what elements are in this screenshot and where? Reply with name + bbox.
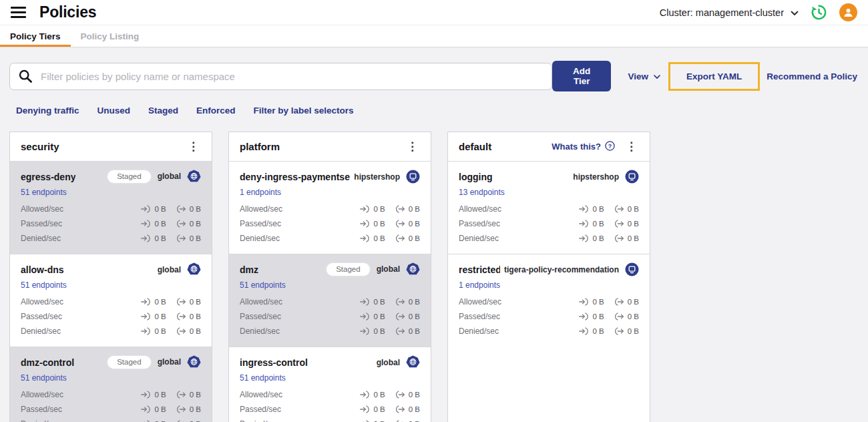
endpoints-link[interactable]: 51 endpoints bbox=[21, 188, 67, 197]
filter-unused[interactable]: Unused bbox=[97, 106, 131, 116]
filter-enforced[interactable]: Enforced bbox=[196, 106, 236, 116]
egress-arrow-icon bbox=[395, 327, 405, 335]
kebab-menu-icon[interactable]: ⋮ bbox=[186, 140, 201, 154]
filter-staged[interactable]: Staged bbox=[148, 106, 178, 116]
egress-arrow-icon bbox=[176, 405, 186, 413]
filter-denying-traffic[interactable]: Denying traffic bbox=[16, 106, 79, 116]
tier-header: platform⋮ bbox=[229, 132, 431, 162]
tier-column-default: defaultWhats this??⋮logginghipstershop13… bbox=[447, 132, 650, 422]
egress-value: 0 B bbox=[409, 405, 420, 413]
metric-label: Allowed/sec bbox=[240, 204, 282, 214]
endpoints-link[interactable]: 1 endpoints bbox=[459, 280, 500, 290]
add-tier-button[interactable]: Add Tier bbox=[552, 61, 611, 91]
endpoints-link[interactable]: 13 endpoints bbox=[459, 188, 505, 197]
metric-label: Passed/sec bbox=[21, 219, 62, 228]
metric-label: Denied/sec bbox=[459, 327, 499, 336]
metric-row: Allowed/sec0 B0 B bbox=[21, 387, 201, 402]
export-yaml-button[interactable]: Export YAML bbox=[686, 71, 742, 81]
endpoints-link[interactable]: 51 endpoints bbox=[21, 280, 67, 290]
ingress-value: 0 B bbox=[592, 205, 604, 213]
metric-label: Denied/sec bbox=[21, 419, 61, 422]
user-avatar-icon[interactable] bbox=[839, 3, 857, 21]
ingress-value: 0 B bbox=[373, 234, 385, 242]
policy-card-dmz[interactable]: dmzStagedglobal51 endpointsAllowed/sec0 … bbox=[229, 254, 431, 347]
metric-label: Allowed/sec bbox=[240, 390, 282, 399]
metric-label: Denied/sec bbox=[240, 234, 280, 243]
ingress-value: 0 B bbox=[154, 405, 166, 413]
egress-value: 0 B bbox=[409, 391, 420, 399]
policy-scope-label: global bbox=[158, 265, 181, 274]
kebab-menu-icon[interactable]: ⋮ bbox=[624, 140, 639, 154]
metric-label: Passed/sec bbox=[459, 219, 500, 228]
metric-row: Denied/sec0 B0 B bbox=[240, 231, 420, 246]
metric-label: Denied/sec bbox=[459, 234, 499, 243]
filter-by-label-selectors[interactable]: Filter by label selectors bbox=[254, 106, 354, 116]
whats-this-link[interactable]: Whats this?? bbox=[552, 141, 615, 153]
policy-card-deny-ingress-paymentservi[interactable]: deny-ingress-paymentservi...hipstershop1… bbox=[229, 162, 431, 254]
policy-card-logging[interactable]: logginghipstershop13 endpointsAllowed/se… bbox=[448, 162, 650, 254]
ingress-value: 0 B bbox=[154, 391, 166, 399]
metric-label: Passed/sec bbox=[240, 219, 281, 228]
egress-arrow-icon bbox=[395, 234, 405, 242]
metric-row: Denied/sec0 B0 B bbox=[459, 231, 639, 246]
egress-value: 0 B bbox=[628, 327, 639, 335]
endpoints-link[interactable]: 1 endpoints bbox=[240, 188, 281, 197]
policy-name: deny-ingress-paymentservi... bbox=[240, 172, 350, 182]
tab-policy-tiers[interactable]: Policy Tiers bbox=[0, 25, 71, 47]
metric-label: Allowed/sec bbox=[240, 297, 282, 306]
hamburger-menu-icon[interactable] bbox=[11, 7, 26, 18]
ingress-arrow-icon bbox=[141, 391, 151, 399]
ingress-arrow-icon bbox=[360, 234, 370, 242]
egress-value: 0 B bbox=[190, 312, 201, 321]
toolbar: Add Tier View Export YAML Recommend a Po… bbox=[9, 61, 857, 91]
policy-card-ingress-control[interactable]: ingress-controlglobal51 endpointsAllowed… bbox=[229, 347, 431, 422]
metric-label: Passed/sec bbox=[21, 405, 62, 414]
policy-filter-input[interactable] bbox=[9, 63, 552, 90]
metric-label: Passed/sec bbox=[21, 312, 62, 321]
policy-scope-label: hipstershop bbox=[354, 172, 400, 182]
global-scope-icon bbox=[187, 262, 201, 276]
tier-name: platform bbox=[240, 141, 280, 152]
metric-row: Passed/sec0 B0 B bbox=[21, 216, 201, 231]
endpoints-link[interactable]: 51 endpoints bbox=[21, 373, 67, 383]
egress-value: 0 B bbox=[190, 298, 201, 306]
policy-card-restricted[interactable]: restrictedtigera-policy-recommendation1 … bbox=[448, 254, 650, 347]
cluster-selector[interactable]: Cluster: management-cluster bbox=[660, 7, 799, 18]
policy-card-allow-dns[interactable]: allow-dnsglobal51 endpointsAllowed/sec0 … bbox=[10, 254, 212, 347]
egress-arrow-icon bbox=[614, 234, 624, 242]
egress-value: 0 B bbox=[409, 205, 420, 213]
egress-value: 0 B bbox=[409, 312, 420, 321]
policy-scope-label: hipstershop bbox=[573, 172, 619, 182]
egress-value: 0 B bbox=[409, 327, 420, 335]
metric-label: Passed/sec bbox=[240, 405, 281, 414]
tier-column-platform: platform⋮deny-ingress-paymentservi...hip… bbox=[228, 132, 431, 422]
egress-value: 0 B bbox=[628, 298, 639, 306]
staged-badge: Staged bbox=[107, 355, 151, 370]
metric-row: Denied/sec0 B0 B bbox=[459, 324, 639, 339]
endpoints-link[interactable]: 51 endpoints bbox=[240, 280, 286, 290]
recommend-policy-button[interactable]: Recommend a Policy bbox=[767, 71, 857, 81]
policy-scope-label: global bbox=[377, 358, 400, 367]
ingress-value: 0 B bbox=[154, 205, 166, 213]
staged-badge: Staged bbox=[326, 262, 370, 277]
tab-policy-listing[interactable]: Policy Listing bbox=[71, 25, 150, 47]
global-scope-icon bbox=[187, 170, 201, 184]
metric-label: Passed/sec bbox=[240, 312, 281, 321]
policy-scope-label: global bbox=[377, 264, 400, 274]
policy-card-egress-deny[interactable]: egress-denyStagedglobal51 endpointsAllow… bbox=[10, 162, 212, 254]
metric-label: Allowed/sec bbox=[459, 297, 501, 306]
view-dropdown[interactable]: View bbox=[628, 71, 660, 81]
ingress-arrow-icon bbox=[579, 234, 589, 242]
global-scope-icon bbox=[406, 355, 420, 369]
ingress-value: 0 B bbox=[592, 327, 604, 335]
global-scope-icon bbox=[406, 262, 420, 276]
egress-arrow-icon bbox=[614, 327, 624, 335]
history-icon[interactable] bbox=[810, 3, 828, 21]
egress-value: 0 B bbox=[190, 327, 201, 335]
kebab-menu-icon[interactable]: ⋮ bbox=[405, 140, 420, 154]
metric-row: Denied/sec0 B0 B bbox=[21, 324, 201, 339]
svg-text:?: ? bbox=[608, 142, 612, 149]
ingress-arrow-icon bbox=[141, 405, 151, 413]
endpoints-link[interactable]: 51 endpoints bbox=[240, 373, 286, 383]
policy-card-dmz-control[interactable]: dmz-controlStagedglobal51 endpointsAllow… bbox=[10, 347, 212, 422]
